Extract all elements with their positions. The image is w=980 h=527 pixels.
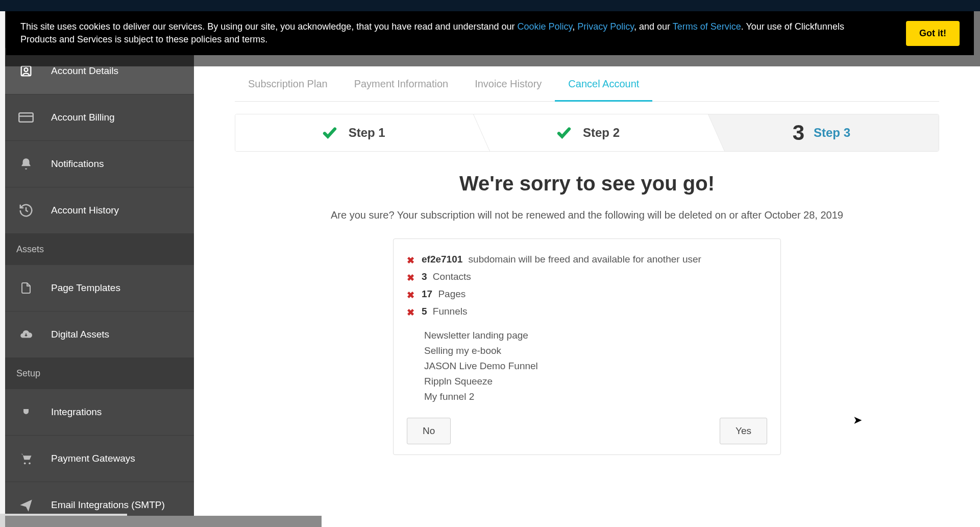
x-icon: ✖ (407, 255, 414, 266)
cart-icon (17, 450, 35, 467)
sidebar-item-label: Account Billing (51, 112, 115, 123)
step-number: 3 (793, 121, 804, 145)
x-icon: ✖ (407, 307, 414, 318)
file-icon (17, 279, 35, 297)
confirm-text: Are you sure? Your subscription will not… (235, 209, 939, 221)
stepper: Step 1 Step 2 3 Step 3 (235, 114, 939, 152)
svg-rect-2 (19, 113, 33, 122)
privacy-policy-link[interactable]: Privacy Policy (577, 21, 634, 32)
sidebar-item-label: Notifications (51, 158, 104, 170)
tab-payment-information[interactable]: Payment Information (341, 68, 462, 101)
tabs: Subscription Plan Payment Information In… (235, 68, 939, 102)
sidebar-item-label: Integrations (51, 406, 102, 418)
cookie-banner: This site uses cookies to deliver our se… (6, 11, 974, 55)
svg-point-1 (24, 68, 28, 71)
sidebar-item-integrations[interactable]: Integrations (5, 389, 194, 436)
cancel-content: We're sorry to see you go! Are you sure?… (235, 172, 939, 455)
cursor-icon: ➤ (853, 414, 862, 427)
tab-invoice-history[interactable]: Invoice History (461, 68, 555, 101)
user-icon (17, 62, 35, 80)
step-1[interactable]: Step 1 (235, 114, 470, 151)
sidebar-item-label: Digital Assets (51, 329, 109, 340)
cookie-policy-link[interactable]: Cookie Policy (518, 21, 573, 32)
paper-plane-icon (17, 496, 35, 514)
tab-subscription-plan[interactable]: Subscription Plan (235, 68, 341, 101)
funnel-item: JASON Live Demo Funnel (424, 358, 767, 374)
funnels-list: Newsletter landing page Selling my e-boo… (424, 328, 767, 404)
cookie-text: This site uses cookies to deliver our se… (20, 20, 878, 46)
deletion-card: ✖ ef2e7101 subdomain will be freed and a… (393, 238, 781, 455)
step-2[interactable]: Step 2 (470, 114, 704, 151)
cloud-download-icon (17, 326, 35, 343)
sidebar-item-label: Email Integrations (SMTP) (51, 499, 165, 511)
sidebar-item-label: Account Details (51, 65, 118, 77)
sidebar-item-page-templates[interactable]: Page Templates (5, 265, 194, 312)
scrollbar-horizontal[interactable] (5, 516, 322, 527)
plug-icon (17, 403, 35, 421)
check-icon (554, 125, 574, 140)
sidebar-item-label: Page Templates (51, 282, 120, 294)
sorry-heading: We're sorry to see you go! (235, 172, 939, 195)
x-icon: ✖ (407, 272, 414, 283)
x-icon: ✖ (407, 290, 414, 301)
sidebar-group-assets: Assets (5, 234, 194, 265)
step-label: Step 2 (583, 126, 620, 140)
step-label: Step 1 (349, 126, 385, 140)
sidebar: Account Details Account Billing Notifica… (5, 11, 194, 527)
yes-button[interactable]: Yes (720, 418, 767, 444)
sidebar-item-account-billing[interactable]: Account Billing (5, 94, 194, 141)
no-button[interactable]: No (407, 418, 451, 444)
funnel-item: My funnel 2 (424, 389, 767, 404)
funnel-item: Newsletter landing page (424, 328, 767, 343)
step-label: Step 3 (814, 126, 850, 140)
sidebar-group-setup: Setup (5, 358, 194, 389)
svg-point-4 (24, 462, 26, 464)
history-icon (17, 202, 35, 219)
card-actions: No Yes (407, 418, 767, 444)
deletion-item-subdomain: ✖ ef2e7101 subdomain will be freed and a… (407, 251, 767, 269)
deletion-item-contacts: ✖ 3 Contacts (407, 269, 767, 286)
funnel-item: Selling my e-book (424, 343, 767, 358)
credit-card-icon (17, 109, 35, 126)
tab-cancel-account[interactable]: Cancel Account (555, 68, 652, 102)
sidebar-item-digital-assets[interactable]: Digital Assets (5, 312, 194, 358)
sidebar-item-account-history[interactable]: Account History (5, 187, 194, 234)
deletion-list: ✖ ef2e7101 subdomain will be freed and a… (407, 251, 767, 321)
bell-icon (17, 155, 35, 173)
sidebar-item-payment-gateways[interactable]: Payment Gateways (5, 436, 194, 482)
app-header-bar (0, 0, 980, 11)
main-content: Account Billing & Subscription Subscript… (194, 11, 980, 527)
check-icon (320, 125, 339, 140)
sidebar-item-label: Account History (51, 205, 119, 216)
terms-link[interactable]: Terms of Service (673, 21, 741, 32)
funnel-item: Rippln Squeeze (424, 374, 767, 389)
sidebar-item-notifications[interactable]: Notifications (5, 141, 194, 187)
svg-point-5 (29, 462, 31, 464)
sidebar-item-label: Payment Gateways (51, 453, 135, 464)
deletion-item-funnels: ✖ 5 Funnels (407, 303, 767, 321)
step-3[interactable]: 3 Step 3 (704, 114, 939, 151)
deletion-item-pages: ✖ 17 Pages (407, 286, 767, 303)
cookie-accept-button[interactable]: Got it! (906, 21, 960, 46)
